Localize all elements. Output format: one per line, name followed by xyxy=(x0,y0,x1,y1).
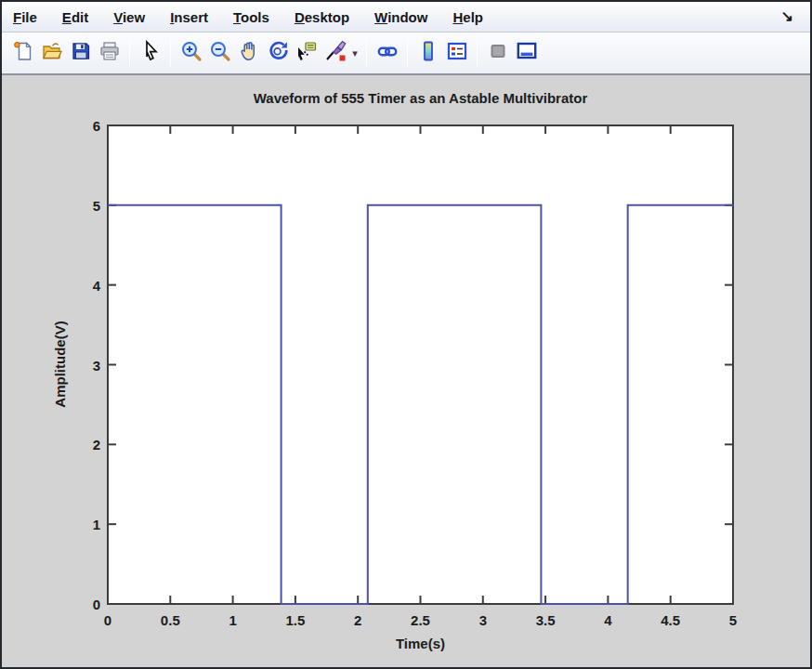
x-tick-label: 0.5 xyxy=(161,612,180,628)
brush-data-button[interactable] xyxy=(321,37,349,69)
data-cursor-button[interactable] xyxy=(292,37,321,69)
y-tick-label: 5 xyxy=(93,197,100,213)
x-tick-label: 4.5 xyxy=(661,612,680,628)
save-figure-button[interactable] xyxy=(66,37,95,69)
menu-item-help[interactable]: Help xyxy=(452,9,483,25)
x-tick-label: 0 xyxy=(104,612,111,628)
y-tick-label: 1 xyxy=(93,517,100,532)
show-plot-tools-icon xyxy=(516,40,538,66)
menu-item-label: Help xyxy=(452,9,483,25)
zoom-in-button[interactable] xyxy=(177,37,205,69)
colorbar-icon xyxy=(417,40,439,66)
insert-legend-button[interactable] xyxy=(442,37,471,69)
menu-item-label: View xyxy=(113,9,145,25)
x-tick-label: 3.5 xyxy=(536,612,556,628)
pan-button[interactable] xyxy=(234,37,263,69)
hide-plot-tools-button[interactable] xyxy=(483,37,512,69)
pointer-arrow-icon xyxy=(139,40,162,66)
x-tick-label: 3 xyxy=(479,612,487,628)
open-file-button[interactable] xyxy=(37,37,66,69)
toolbar-separator xyxy=(129,39,130,67)
new-figure-icon xyxy=(12,40,34,66)
link-plot-icon xyxy=(376,40,399,66)
matlab-figure-window: File Edit View Insert Tools Desktop Wind… xyxy=(0,0,812,669)
x-tick-label: 1.5 xyxy=(285,612,305,628)
toolbar-separator xyxy=(407,39,408,67)
edit-plot-button[interactable] xyxy=(136,37,164,69)
brush-icon xyxy=(324,40,347,66)
menu-item-insert[interactable]: Insert xyxy=(170,9,208,25)
legend-icon xyxy=(446,40,468,66)
rotate-3d-icon xyxy=(267,40,289,66)
y-axis-label: Amplitude(V) xyxy=(52,321,68,407)
x-tick-label: 4 xyxy=(604,612,611,628)
y-tick-label: 3 xyxy=(93,357,100,373)
menu-item-window[interactable]: Window xyxy=(374,9,427,25)
menu-item-label: Tools xyxy=(233,9,269,25)
brush-dropdown-button[interactable]: ▾ xyxy=(349,37,360,69)
printer-icon xyxy=(98,40,121,66)
data-cursor-icon xyxy=(295,40,318,66)
menu-item-desktop[interactable]: Desktop xyxy=(295,9,349,25)
menu-item-file[interactable]: File xyxy=(13,9,37,25)
x-tick-labels: 00.511.522.533.544.55 xyxy=(107,612,734,631)
print-figure-button[interactable] xyxy=(95,37,124,69)
rotate-3d-button[interactable] xyxy=(263,37,292,69)
link-plot-button[interactable] xyxy=(373,37,401,69)
menu-item-label: File xyxy=(13,9,37,25)
y-tick-label: 2 xyxy=(93,437,100,453)
menu-item-label: Insert xyxy=(170,9,208,25)
dock-figure-arrow-icon[interactable]: ↘ xyxy=(781,9,799,24)
menu-item-edit[interactable]: Edit xyxy=(62,9,88,25)
insert-colorbar-button[interactable] xyxy=(413,37,442,69)
y-tick-labels: 0123456 xyxy=(67,125,100,605)
x-tick-label: 5 xyxy=(729,612,737,628)
menu-item-label: Window xyxy=(374,9,427,25)
toolbar-separator xyxy=(170,39,171,67)
zoom-out-button[interactable] xyxy=(205,37,234,69)
y-tick-label: 4 xyxy=(93,277,100,293)
x-tick-label: 2 xyxy=(354,612,361,628)
open-folder-icon xyxy=(41,40,63,66)
menu-bar: File Edit View Insert Tools Desktop Wind… xyxy=(2,2,810,33)
chart-title: Waveform of 555 Timer as an Astable Mult… xyxy=(107,90,734,106)
y-tick-label: 6 xyxy=(93,118,100,134)
hide-plot-tools-icon xyxy=(487,40,509,66)
zoom-in-icon xyxy=(180,40,203,66)
waveform-plot xyxy=(107,125,734,605)
menu-item-label: Edit xyxy=(62,9,88,25)
new-figure-button[interactable] xyxy=(8,37,37,69)
plot-area[interactable] xyxy=(107,125,734,605)
menu-item-tools[interactable]: Tools xyxy=(233,9,269,25)
figure-canvas: Waveform of 555 Timer as an Astable Mult… xyxy=(2,78,810,667)
zoom-out-icon xyxy=(209,40,231,66)
toolbar-separator xyxy=(366,39,367,67)
save-floppy-icon xyxy=(70,40,92,66)
x-axis-label: Time(s) xyxy=(107,636,734,651)
show-plot-tools-button[interactable] xyxy=(512,37,541,69)
x-tick-label: 1 xyxy=(229,612,236,628)
figure-toolbar: ▾ xyxy=(2,33,810,75)
menu-item-label: Desktop xyxy=(295,9,349,25)
x-tick-label: 2.5 xyxy=(411,612,430,628)
pan-hand-icon xyxy=(238,40,260,66)
menu-item-view[interactable]: View xyxy=(113,9,145,25)
toolbar-separator xyxy=(477,39,478,67)
y-tick-label: 0 xyxy=(93,597,100,612)
